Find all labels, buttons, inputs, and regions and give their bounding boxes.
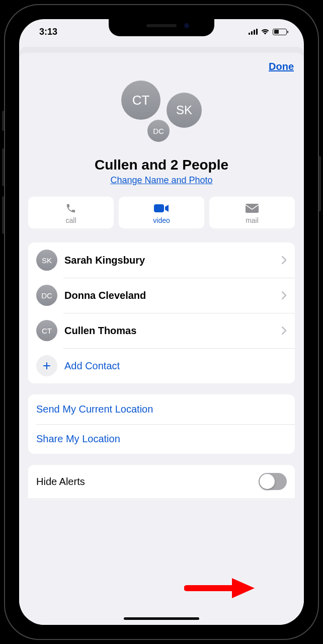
contact-row[interactable]: CT Cullen Thomas [28,313,295,348]
plus-icon: + [36,355,57,376]
contact-avatar: SK [36,250,57,271]
phone-frame: 3:13 Done CT SK DC [4,4,319,640]
contacts-card: SK Sarah Kingsbury DC Donna Cleveland CT… [28,243,295,383]
change-name-photo-link[interactable]: Change Name and Photo [19,175,304,186]
details-sheet: Done CT SK DC Cullen and 2 People Change… [19,53,304,625]
notch [109,19,214,36]
avatar-ct: CT [121,80,160,120]
add-contact-row[interactable]: + Add Contact [28,348,295,383]
hide-alerts-toggle[interactable] [259,473,287,490]
contact-name: Sarah Kingsbury [64,255,282,266]
video-icon [121,202,202,215]
location-card: Send My Current Location Share My Locati… [28,394,295,454]
share-location-row[interactable]: Share My Location [28,424,295,454]
send-location-row[interactable]: Send My Current Location [28,394,295,424]
video-label: video [121,216,202,224]
home-indicator[interactable] [124,617,199,620]
hide-alerts-label: Hide Alerts [36,476,259,488]
phone-icon [30,202,112,215]
send-location-label: Send My Current Location [36,404,287,415]
chevron-right-icon [282,327,287,335]
contact-row[interactable]: DC Donna Cleveland [28,278,295,313]
status-time: 3:13 [33,27,57,37]
share-location-label: Share My Location [36,433,287,445]
svg-rect-1 [246,204,259,213]
avatar-sk: SK [167,93,202,128]
mail-icon [211,202,293,215]
battery-icon [273,29,287,35]
group-avatar-cluster: CT SK DC [116,80,207,151]
action-row: call video mail [19,197,304,228]
call-button[interactable]: call [28,197,114,228]
screen: 3:13 Done CT SK DC [19,19,304,625]
contact-name: Cullen Thomas [64,325,282,337]
mail-label: mail [211,216,293,224]
cellular-signal-icon [249,29,258,35]
contact-avatar: CT [36,320,57,341]
contact-row[interactable]: SK Sarah Kingsbury [28,243,295,278]
mail-button[interactable]: mail [209,197,295,228]
svg-rect-0 [154,204,164,212]
video-button[interactable]: video [119,197,204,228]
done-button[interactable]: Done [269,61,294,72]
add-contact-label: Add Contact [64,360,287,372]
hide-alerts-row: Hide Alerts [28,465,295,498]
wifi-icon [261,28,270,35]
contact-name: Donna Cleveland [64,290,282,301]
contact-avatar: DC [36,285,57,306]
group-name: Cullen and 2 People [19,155,304,175]
call-label: call [30,216,112,224]
chevron-right-icon [282,256,287,264]
alerts-card: Hide Alerts [28,465,295,498]
avatar-dc: DC [147,120,170,142]
chevron-right-icon [282,291,287,299]
